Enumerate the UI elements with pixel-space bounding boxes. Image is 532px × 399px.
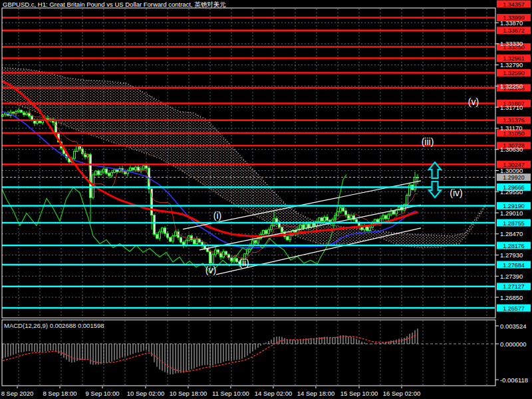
time-axis-label: 8 Sep 2020 <box>1 390 34 397</box>
svg-text:1.28176: 1.28176 <box>503 243 525 249</box>
svg-text:1.31376: 1.31376 <box>503 117 525 124</box>
elliott-wave-label: (ii) <box>239 257 249 268</box>
time-axis-label: 14 Sep 18:00 <box>297 390 335 397</box>
macd-scale-tick: 0.003524 <box>500 323 527 330</box>
time-axis-label: 14 Sep 02:00 <box>255 390 293 397</box>
time-axis[interactable]: 8 Sep 20208 Sep 18:009 Sep 10:0010 Sep 0… <box>1 386 421 397</box>
time-axis-label: 11 Sep 10:00 <box>212 390 249 397</box>
channel-trendline[interactable] <box>200 205 421 250</box>
macd-scale-tick: -0.006118 <box>500 376 528 384</box>
price-chart-canvas[interactable]: (v)(iii)(iv)(i)(ii)(v)0.0035240.000000-0… <box>0 0 532 399</box>
svg-text:1.27684: 1.27684 <box>503 262 525 269</box>
chart-title: GBPUSD.c, H1: Great Britain Pound vs US … <box>3 1 226 9</box>
svg-text:1.27127: 1.27127 <box>503 283 525 290</box>
time-axis-label: 10 Sep 18:00 <box>170 390 207 397</box>
time-axis-label: 8 Sep 18:00 <box>43 390 76 397</box>
price-scale-tick: 1.32250 <box>500 82 523 90</box>
time-axis-label: 16 Sep 02:00 <box>383 390 421 397</box>
elliott-wave-label: (v) <box>205 265 216 275</box>
svg-text:1.28755: 1.28755 <box>503 220 525 227</box>
elliott-wave-label: (iv) <box>450 188 462 198</box>
price-scale-tick: 1.31710 <box>500 104 523 111</box>
price-scale-tick: 1.28470 <box>500 230 523 237</box>
price-scale-tick: 1.31170 <box>500 124 523 132</box>
svg-text:1.29920: 1.29920 <box>503 174 525 181</box>
macd-scale-tick: 0.000000 <box>500 340 527 348</box>
price-scale-tick: 1.29010 <box>500 209 523 217</box>
price-scale-tick: 1.33870 <box>500 19 523 27</box>
elliott-wave-label: (v) <box>468 96 479 107</box>
macd-panel: 0.0035240.000000-0.006118 <box>2 323 528 384</box>
svg-text:1.26577: 1.26577 <box>503 305 525 312</box>
price-scale-tick: 1.32790 <box>500 61 523 68</box>
price-scale-tick: 1.27390 <box>500 273 523 280</box>
mt4-chart-window: GBPUSD.c, H1: Great Britain Pound vs US … <box>0 0 532 399</box>
macd-indicator-label: MACD(12,26,9) 0.002688 0.001598 <box>4 322 104 329</box>
elliott-wave-label: (iii) <box>422 136 434 147</box>
elliott-wave-label: (i) <box>213 210 221 221</box>
svg-text:1.32590: 1.32590 <box>503 70 525 76</box>
price-scale-tick: 1.26850 <box>500 294 523 301</box>
time-axis-label: 10 Sep 02:00 <box>127 390 165 397</box>
down-arrow-marker[interactable] <box>429 182 441 198</box>
price-scale-tick: 1.33330 <box>500 40 523 47</box>
price-scale-tick: 1.29550 <box>500 188 523 196</box>
time-axis-label: 15 Sep 10:00 <box>340 390 378 397</box>
svg-text:1.34357: 1.34357 <box>503 1 525 8</box>
time-axis-label: 9 Sep 10:00 <box>85 390 119 397</box>
price-axis[interactable]: 1.343571.339991.336721.332501.329611.325… <box>495 1 531 312</box>
svg-text:1.33672: 1.33672 <box>503 27 525 34</box>
price-scale-tick: 1.30630 <box>500 146 523 153</box>
price-scale-tick: 1.30090 <box>500 167 523 174</box>
svg-text:1.29190: 1.29190 <box>503 203 525 209</box>
price-scale-tick: 1.27930 <box>500 251 523 259</box>
